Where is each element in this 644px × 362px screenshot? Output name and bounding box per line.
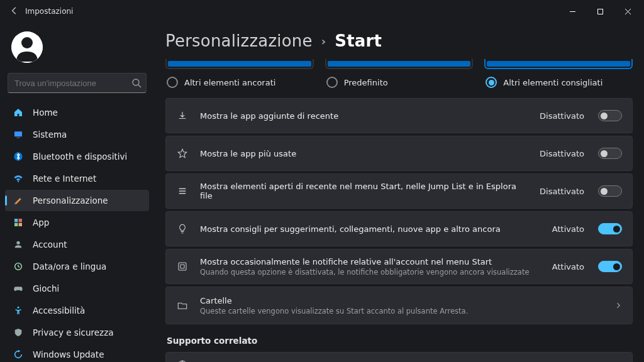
sidebar: Home Sistema Bluetooth e dispositivi Ret… — [0, 23, 154, 362]
svg-point-14 — [18, 307, 19, 309]
nav-label: Windows Update — [33, 349, 104, 359]
globe-icon — [176, 359, 189, 362]
bluetooth-icon — [13, 151, 24, 162]
setting-tips: Mostra consigli per suggerimenti, colleg… — [165, 211, 633, 246]
related-support-heading: Supporto correlato — [167, 336, 633, 346]
nav-bluetooth[interactable]: Bluetooth e dispositivi — [5, 146, 149, 167]
svg-rect-16 — [180, 265, 184, 268]
nav-label: Accessibilità — [33, 305, 85, 315]
nav-label: Privacy e sicurezza — [33, 327, 114, 337]
setting-title: Mostra le app aggiunte di recente — [200, 111, 528, 121]
nav-label: Rete e Internet — [33, 173, 96, 184]
list-icon — [176, 185, 189, 197]
nav-accessibility[interactable]: Accessibilità — [5, 300, 149, 321]
minimize-button[interactable] — [558, 0, 586, 23]
toggle-switch[interactable] — [598, 261, 622, 272]
toggle-switch[interactable] — [598, 185, 622, 197]
layout-options: Altri elementi ancorati Predefinito Altr… — [165, 59, 633, 88]
setting-title: Mostra occasionalmente le notifiche rela… — [200, 257, 541, 266]
star-icon — [176, 148, 189, 159]
start-icon — [176, 261, 189, 272]
update-icon — [13, 349, 24, 360]
account-icon — [13, 239, 24, 250]
search-input[interactable] — [8, 73, 147, 93]
window-title: Impostazioni — [25, 7, 73, 16]
nav-label: App — [33, 217, 49, 228]
setting-title: Mostra le app più usate — [200, 149, 528, 158]
setting-title: Mostra consigli per suggerimenti, colleg… — [200, 224, 541, 234]
toggle-switch[interactable] — [598, 148, 622, 159]
layout-label: Altri elementi ancorati — [184, 78, 275, 87]
accessibility-icon — [13, 305, 24, 316]
layout-option-more-recommendations[interactable]: Altri elementi consigliati — [484, 59, 633, 88]
close-button[interactable] — [614, 0, 641, 23]
layout-option-more-pins[interactable]: Altri elementi ancorati — [165, 59, 314, 88]
svg-rect-10 — [14, 223, 18, 226]
nav-apps[interactable]: App — [5, 212, 149, 233]
nav-label: Giochi — [33, 283, 59, 293]
radio-button[interactable] — [486, 77, 497, 88]
home-icon — [13, 107, 24, 118]
setting-recent-apps: Mostra le app aggiunte di recente Disatt… — [165, 98, 633, 133]
nav-time-language[interactable]: Data/ora e lingua — [5, 256, 149, 277]
svg-rect-4 — [14, 131, 22, 136]
lightbulb-icon — [176, 223, 189, 234]
back-button[interactable] — [10, 6, 19, 18]
page-title: Start — [335, 31, 382, 50]
download-icon — [176, 110, 189, 121]
related-support-item[interactable] — [165, 352, 633, 362]
toggle-switch[interactable] — [598, 110, 622, 121]
nav-home[interactable]: Home — [5, 102, 149, 123]
setting-state: Attivato — [552, 224, 584, 234]
setting-subtitle: Queste cartelle vengono visualizzate su … — [200, 307, 603, 315]
setting-account-notifications: Mostra occasionalmente le notifiche rela… — [165, 249, 633, 284]
radio-button[interactable] — [167, 77, 178, 88]
setting-folders[interactable]: Cartelle Queste cartelle vengono visuali… — [165, 287, 633, 324]
setting-subtitle: Quando questa opzione è disattivata, le … — [200, 268, 541, 277]
maximize-button[interactable] — [586, 0, 614, 23]
nav-label: Bluetooth e dispositivi — [33, 151, 127, 162]
chevron-right-icon: › — [321, 35, 326, 48]
nav-label: Data/ora e lingua — [33, 261, 106, 272]
system-icon — [13, 129, 24, 140]
nav-personalization[interactable]: Personalizzazione — [5, 190, 149, 211]
layout-label: Predefinito — [344, 78, 388, 87]
layout-option-default[interactable]: Predefinito — [325, 59, 474, 88]
svg-point-3 — [133, 79, 139, 85]
wifi-icon — [13, 173, 24, 184]
svg-rect-0 — [597, 9, 602, 14]
avatar — [11, 31, 43, 63]
toggle-switch[interactable] — [598, 223, 622, 234]
titlebar: Impostazioni — [0, 0, 644, 23]
shield-icon — [13, 327, 24, 338]
nav-privacy[interactable]: Privacy e sicurezza — [5, 322, 149, 343]
folder-icon — [176, 300, 189, 311]
personalization-icon — [13, 195, 24, 206]
apps-icon — [13, 217, 24, 228]
svg-rect-15 — [179, 263, 186, 270]
clock-icon — [13, 261, 24, 272]
nav-windows-update[interactable]: Windows Update — [5, 344, 149, 362]
nav-gaming[interactable]: Giochi — [5, 278, 149, 299]
setting-state: Disattivato — [540, 149, 584, 158]
search-box[interactable] — [8, 73, 147, 93]
nav-account[interactable]: Account — [5, 234, 149, 255]
nav-list: Home Sistema Bluetooth e dispositivi Ret… — [5, 102, 149, 362]
nav-label: Home — [33, 107, 58, 118]
setting-most-used: Mostra le app più usate Disattivato — [165, 136, 633, 171]
breadcrumb: Personalizzazione › Start — [165, 31, 633, 50]
main-content: Personalizzazione › Start Altri elementi… — [154, 23, 644, 362]
svg-point-7 — [18, 180, 19, 182]
setting-state: Attivato — [552, 262, 584, 272]
breadcrumb-parent[interactable]: Personalizzazione — [165, 31, 313, 50]
setting-recent-items: Mostra elementi aperti di recente nel me… — [165, 173, 633, 209]
chevron-right-icon — [614, 300, 622, 312]
nav-network[interactable]: Rete e Internet — [5, 168, 149, 189]
setting-title: Mostra elementi aperti di recente nel me… — [200, 182, 528, 200]
nav-system[interactable]: Sistema — [5, 124, 149, 145]
nav-label: Sistema — [33, 129, 67, 140]
radio-button[interactable] — [326, 77, 338, 88]
account-header[interactable] — [5, 26, 149, 73]
svg-rect-11 — [19, 223, 22, 226]
search-icon — [131, 78, 142, 88]
